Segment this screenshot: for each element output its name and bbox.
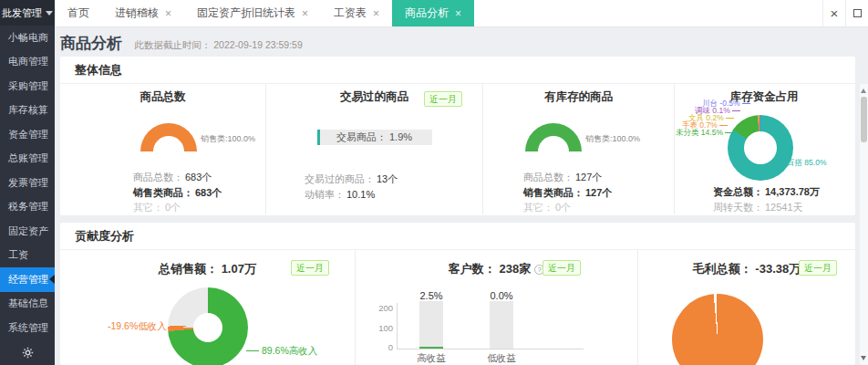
sidebar-item-basic-info[interactable]: 基础信息 — [0, 292, 55, 317]
bar-background — [490, 301, 513, 349]
period-badge: 近一月 — [291, 260, 329, 276]
panel-total-products: 商品总数 销售类:100.0% 商品总数：683个 销售类商品：683个 其它：… — [60, 84, 266, 214]
stats: 资金总额：14,373.78万 周转天数：12541天 — [713, 184, 820, 214]
tab-label: 工资表 — [334, 5, 367, 21]
tab-close-icon[interactable]: × — [373, 8, 379, 19]
tab-bar: 首页 进销稽核 × 固定资产折旧统计表 × 工资表 × 商品分析 × × — [55, 0, 868, 27]
stats: 商品总数：683个 销售类商品：683个 其它：0个 — [133, 170, 265, 214]
stat-row: 销售类商品：683个 — [133, 185, 265, 201]
bar-high-yield — [419, 301, 443, 349]
sidebar-item-fixed-assets[interactable]: 固定资产 — [0, 219, 55, 244]
sidebar-item-label: 经营管理 — [8, 273, 48, 287]
bar-background — [419, 301, 443, 349]
tab-close-icon[interactable]: × — [165, 8, 171, 19]
y-axis — [397, 303, 398, 349]
bar-category-label: 高收益 — [404, 352, 459, 365]
low-income-label: -19.6%低收入 — [108, 320, 186, 333]
stats: 商品总数：127个 销售类商品：127个 其它：0个 — [523, 170, 674, 214]
tab-label: 固定资产折旧统计表 — [197, 5, 295, 21]
overview-card: 整体信息 商品总数 销售类:100.0% 商品总数：683个 销售类商品：683… — [60, 57, 855, 215]
chart-title-text: 客户数： 238家 — [449, 262, 531, 276]
tab-purchase-sale-audit[interactable]: 进销稽核 × — [102, 0, 184, 26]
traded-progress-bar: 交易商品： 1.9% — [317, 130, 432, 145]
stock-products-gauge-chart — [525, 123, 582, 151]
scrollbar-thumb[interactable] — [861, 97, 867, 142]
chevron-down-icon — [46, 11, 53, 16]
tab-payroll-sheet[interactable]: 工资表 × — [321, 0, 392, 26]
gross-profit-pie-chart — [672, 294, 763, 365]
tab-label: 首页 — [67, 5, 89, 21]
sidebar-item-inventory-accounting[interactable]: 库存核算 — [0, 99, 55, 123]
gear-icon — [22, 347, 34, 359]
sidebar-item-ecommerce-mgmt[interactable]: 电商管理 — [0, 50, 55, 75]
stat-row: 商品总数：127个 — [523, 170, 674, 185]
sidebar-item-ecommerce-lite[interactable]: 小畅电商 — [0, 26, 55, 50]
traded-progress-label: 交易商品： 1.9% — [317, 130, 432, 145]
inventory-fund-donut-chart — [728, 115, 793, 181]
scroll-down-icon[interactable] — [861, 356, 866, 360]
sidebar-item-system-mgmt[interactable]: 系统管理 — [0, 316, 55, 340]
stat-row: 资金总额：14,373.78万 — [713, 184, 820, 200]
sidebar-header-label: 批发管理 — [2, 6, 42, 20]
scroll-up-icon[interactable] — [861, 89, 866, 93]
high-income-label: 89.6%高收入 — [246, 345, 317, 358]
stat-row: 动销率：10.1% — [305, 187, 482, 203]
panel-traded-products: 交易过的商品 近一月 交易商品： 1.9% 交易过的商品：13个 动销率：10.… — [266, 84, 483, 214]
stat-row: 其它：0个 — [133, 200, 265, 214]
contribution-section-title: 贡献度分析 — [60, 223, 855, 250]
sidebar-item-tax-mgmt[interactable]: 税务管理 — [0, 195, 55, 220]
tab-label: 进销稽核 — [115, 5, 159, 21]
close-tabs-button[interactable]: × — [822, 0, 845, 26]
sidebar-item-business-mgmt[interactable]: 经营管理 — [0, 267, 55, 292]
stats: 交易过的商品：13个 动销率：10.1% — [305, 172, 482, 202]
bar-low-yield — [490, 301, 513, 349]
gauge-wrap: 销售类:100.0% — [525, 123, 582, 151]
chart-total-sales: 总销售额： 1.07万 近一月 -19.6%低收入 89.6%高收入 — [60, 250, 356, 365]
gauge-label: 销售类:100.0% — [585, 133, 640, 145]
panel-title: 商品总数 — [60, 89, 265, 105]
stat-row: 交易过的商品：13个 — [305, 172, 482, 187]
sidebar: 批发管理 小畅电商 电商管理 采购管理 库存核算 资金管理 总账管理 发票管理 … — [0, 0, 55, 365]
window-actions: × — [822, 0, 868, 26]
sidebar-item-invoice-mgmt[interactable]: 发票管理 — [0, 171, 55, 195]
fullscreen-button[interactable] — [845, 0, 868, 26]
gauge-label: 销售类:100.0% — [201, 133, 255, 145]
sidebar-item-payroll[interactable]: 工资 — [0, 244, 55, 268]
tab-product-analysis[interactable]: 商品分析 × — [392, 0, 474, 26]
chart-customers: 客户数： 238家? 近一月 200 100 0 2.5% 0.0% 高收益 低… — [356, 250, 638, 365]
data-cutoff-time: 此数据截止时间： 2022-09-19 23:59:59 — [134, 39, 302, 50]
bar-value-label: 0.0% — [474, 290, 529, 301]
settings-button[interactable] — [0, 340, 55, 365]
total-products-gauge-chart — [140, 123, 197, 151]
panel-title: 有库存的商品 — [483, 89, 674, 105]
period-badge: 近一月 — [799, 260, 837, 276]
period-badge: 近一月 — [424, 91, 462, 107]
active-item-arrow-icon — [49, 275, 55, 284]
page-head: 商品分析 此数据截止时间： 2022-09-19 23:59:59 — [60, 33, 303, 54]
bar-category-label: 低收益 — [474, 352, 529, 365]
sidebar-header[interactable]: 批发管理 — [0, 0, 55, 26]
sidebar-item-general-ledger[interactable]: 总账管理 — [0, 147, 55, 172]
tab-close-icon[interactable]: × — [302, 8, 308, 19]
overview-section-title: 整体信息 — [60, 57, 855, 84]
x-axis — [397, 349, 584, 349]
sidebar-item-purchasing[interactable]: 采购管理 — [0, 74, 55, 99]
chart-title: 客户数： 238家? — [356, 261, 637, 277]
stat-row: 其它：0个 — [523, 200, 674, 214]
tab-close-icon[interactable]: × — [455, 8, 461, 19]
sidebar-menu: 小畅电商 电商管理 采购管理 库存核算 资金管理 总账管理 发票管理 税务管理 … — [0, 26, 55, 340]
stat-row: 销售类商品：127个 — [523, 185, 674, 201]
tab-home[interactable]: 首页 — [55, 0, 102, 26]
panel-inventory-fund: 库存资金占用 川台 -0.5% 调味 0.1% 文具 0.2% 手表 0.7% … — [675, 84, 853, 214]
chart-gross-profit: 毛利总额： -33.38万 近一月 — [638, 250, 855, 365]
contribution-charts: 总销售额： 1.07万 近一月 -19.6%低收入 89.6%高收入 客户数： … — [60, 250, 855, 365]
tab-fixed-asset-depreciation[interactable]: 固定资产折旧统计表 × — [184, 0, 321, 26]
overview-panels: 商品总数 销售类:100.0% 商品总数：683个 销售类商品：683个 其它：… — [60, 84, 855, 214]
vertical-scrollbar[interactable] — [860, 84, 868, 365]
page-title: 商品分析 — [60, 35, 122, 52]
bar-value-label: 2.5% — [404, 290, 459, 301]
fullscreen-icon — [853, 9, 862, 17]
stat-row: 周转天数：12541天 — [713, 200, 820, 215]
sidebar-item-funds-mgmt[interactable]: 资金管理 — [0, 122, 55, 147]
tab-label: 商品分析 — [405, 5, 449, 21]
